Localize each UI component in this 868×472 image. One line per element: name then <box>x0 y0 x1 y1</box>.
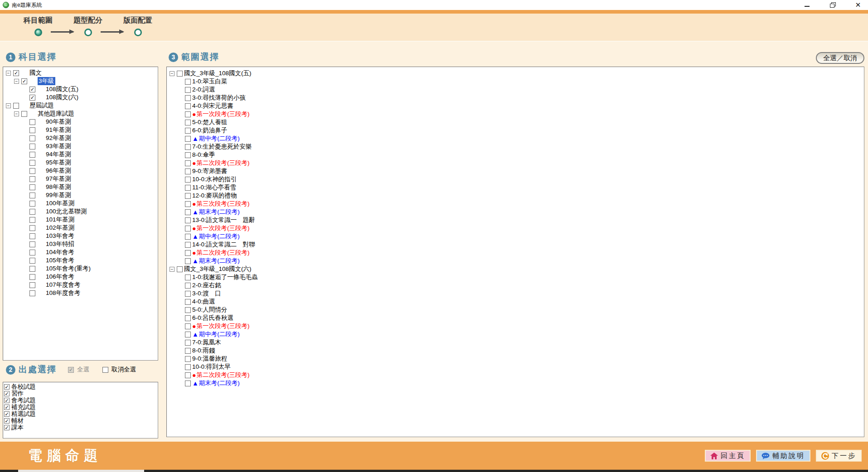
tree-checkbox[interactable] <box>185 332 191 337</box>
tree-label[interactable]: 第二次段考(三段考) <box>196 159 249 167</box>
tree-row[interactable]: 92年基測 <box>4 134 157 142</box>
source-item-label[interactable]: 課本 <box>11 424 24 432</box>
tree-label[interactable]: 3-0:尋找薄荷的小孩 <box>192 94 246 102</box>
close-icon[interactable]: ✕ <box>854 2 862 8</box>
tree-checkbox[interactable] <box>185 193 191 199</box>
tree-checkbox[interactable] <box>185 234 191 240</box>
expand-toggle-icon[interactable]: − <box>6 71 11 76</box>
tree-checkbox[interactable] <box>185 258 191 264</box>
tree-checkbox[interactable] <box>185 103 191 109</box>
tree-row[interactable]: −✓3年級 <box>4 77 157 85</box>
tree-row[interactable]: 107年度會考 <box>4 281 157 289</box>
tree-row[interactable]: 104年會考 <box>4 248 157 256</box>
tree-row[interactable]: 4-0:曲選 <box>168 298 863 306</box>
tree-checkbox[interactable] <box>185 380 191 386</box>
tree-row[interactable]: −其他題庫試題 <box>4 110 157 118</box>
tree-row[interactable]: 4-0:與宋元思書 <box>168 102 863 110</box>
tree-row[interactable]: ▲期末考(二段考) <box>168 379 863 387</box>
tree-row[interactable]: 93年基測 <box>4 142 157 150</box>
tree-label[interactable]: 93年基測 <box>46 142 71 150</box>
tree-checkbox[interactable] <box>185 169 191 174</box>
tree-checkbox[interactable]: ✓ <box>21 78 27 84</box>
tree-checkbox[interactable] <box>29 168 35 174</box>
tree-checkbox[interactable] <box>185 185 191 191</box>
tree-label[interactable]: 期末考(二段考) <box>199 257 240 265</box>
tree-label[interactable]: 103年特招 <box>46 240 74 248</box>
tree-label[interactable]: 5-0:楚人養狙 <box>192 118 227 126</box>
tree-row[interactable]: ●第一次段考(三段考) <box>168 110 863 118</box>
tree-row[interactable]: ●第二次段考(三段考) <box>168 371 863 379</box>
tree-label[interactable]: 101年基測 <box>46 216 74 224</box>
tree-label[interactable]: 歷屆試題 <box>29 101 54 110</box>
tree-checkbox[interactable] <box>29 176 35 182</box>
tree-checkbox[interactable] <box>29 258 35 264</box>
next-step-button[interactable]: 下一步 <box>816 450 862 462</box>
tree-checkbox[interactable] <box>185 307 191 313</box>
tree-label[interactable]: 14-0:語文常識二 對聯 <box>192 241 255 249</box>
tree-checkbox[interactable] <box>185 250 191 256</box>
tree-checkbox[interactable] <box>185 95 191 101</box>
tree-label[interactable]: 3-0:渡 口 <box>192 289 221 298</box>
tree-checkbox[interactable] <box>29 144 35 149</box>
step-circle-icon[interactable] <box>84 29 92 36</box>
tree-checkbox[interactable] <box>185 348 191 354</box>
tree-row[interactable]: 7-0:鳳凰木 <box>168 338 863 347</box>
tree-row[interactable]: 8-0:雨錢 <box>168 347 863 355</box>
tree-label[interactable]: 國文_3年級_108國文(六) <box>184 265 252 273</box>
tree-label[interactable]: 1-0:翠玉白菜 <box>192 77 227 86</box>
tree-checkbox[interactable] <box>21 111 27 117</box>
tree-row[interactable]: 2-0:座右銘 <box>168 281 863 289</box>
tree-label[interactable]: 期末考(二段考) <box>199 208 240 216</box>
tree-label[interactable]: 102年基測 <box>46 224 74 232</box>
tree-label[interactable]: 11-0:湖心亭看雪 <box>192 183 236 192</box>
tree-row[interactable]: 100北北基聯測 <box>4 207 157 216</box>
tree-checkbox[interactable] <box>185 217 191 223</box>
restore-icon[interactable] <box>829 2 836 8</box>
tree-row[interactable]: 91年基測 <box>4 126 157 134</box>
tree-label[interactable]: 108國文(六) <box>46 93 78 101</box>
tree-checkbox[interactable] <box>29 217 35 223</box>
tree-checkbox[interactable] <box>29 233 35 239</box>
tree-label[interactable]: 92年基測 <box>46 134 71 142</box>
step-subject-range[interactable]: 科目範圍 <box>24 16 53 36</box>
tree-label[interactable]: 第三次段考(三段考) <box>196 200 249 208</box>
expand-toggle-icon[interactable]: − <box>14 79 19 84</box>
tree-label[interactable]: 12-0:麥琪的禮物 <box>192 192 237 200</box>
tree-row[interactable]: 10-0:水神的指引 <box>168 175 863 183</box>
tree-label[interactable]: 第二次段考(三段考) <box>196 249 249 257</box>
tree-label[interactable]: 第一次段考(三段考) <box>196 110 249 118</box>
tree-label[interactable]: 7-0:生於憂患死於安樂 <box>192 143 252 151</box>
step-circle-active-icon[interactable] <box>34 29 42 36</box>
tree-row[interactable]: 103年特招 <box>4 240 157 248</box>
tree-label[interactable]: 6-0:呂氏春秋選 <box>192 314 233 322</box>
tree-row[interactable]: ▲期中考(二段考) <box>168 135 863 143</box>
tree-row[interactable]: 105年會考(重考) <box>4 265 157 273</box>
tree-row[interactable]: 12-0:麥琪的禮物 <box>168 192 863 200</box>
tree-row[interactable]: 98年基測 <box>4 183 157 191</box>
tree-row[interactable]: 11-0:湖心亭看雪 <box>168 183 863 192</box>
tree-row[interactable]: 103年會考 <box>4 232 157 240</box>
tree-row[interactable]: 5-0:楚人養狙 <box>168 118 863 126</box>
step-circle-icon[interactable] <box>134 29 142 36</box>
tree-row[interactable]: 1-0:翠玉白菜 <box>168 77 863 86</box>
tree-checkbox[interactable] <box>185 160 191 166</box>
tree-row[interactable]: 97年基測 <box>4 175 157 183</box>
tree-row[interactable]: 3-0:渡 口 <box>168 289 863 298</box>
tree-label[interactable]: 國文 <box>29 69 42 77</box>
tree-row[interactable]: 9-0:溫馨旅程 <box>168 355 863 363</box>
tree-checkbox[interactable] <box>185 340 191 346</box>
tree-label[interactable]: 期中考(二段考) <box>199 330 240 338</box>
tree-row[interactable]: 94年基測 <box>4 150 157 159</box>
tree-label[interactable]: 98年基測 <box>46 183 71 191</box>
tree-checkbox[interactable] <box>185 209 191 215</box>
tree-checkbox[interactable] <box>29 274 35 280</box>
tree-row[interactable]: 106年會考 <box>4 273 157 281</box>
tree-label[interactable]: 100北北基聯測 <box>46 207 87 216</box>
tree-checkbox[interactable] <box>185 136 191 142</box>
minimize-icon[interactable] <box>804 2 811 8</box>
tree-label[interactable]: 2-0:座右銘 <box>192 281 221 289</box>
tree-label[interactable]: 9-0:寄弟墨書 <box>192 167 227 175</box>
tree-checkbox[interactable] <box>185 144 191 150</box>
tree-label[interactable]: 99年基測 <box>46 191 71 199</box>
tree-label[interactable]: 第一次段考(三段考) <box>196 224 249 232</box>
